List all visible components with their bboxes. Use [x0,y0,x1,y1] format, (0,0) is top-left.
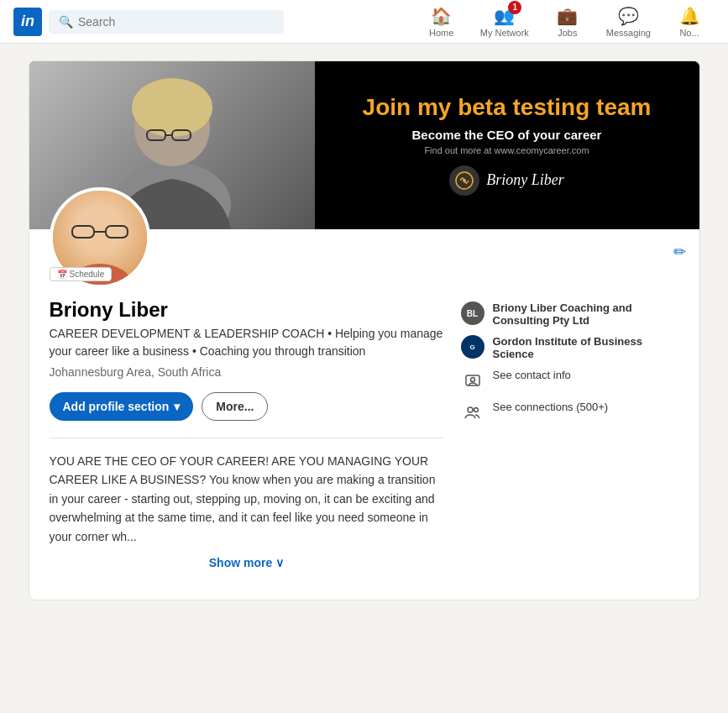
jobs-label: Jobs [558,28,577,38]
profile-bio: YOU ARE THE CEO OF YOUR CAREER! ARE YOU … [50,438,444,546]
profile-name: Briony Liber [50,298,444,322]
profile-left: Briony Liber CAREER DEVELOPMENT & LEADER… [50,298,444,579]
company-info-2: Gordon Institute of Business Science [493,335,679,360]
nav-items: 🏠 Home 👥 1 My Network 💼 Jobs 💬 Messaging… [416,1,715,43]
more-button[interactable]: More... [202,392,268,421]
company-name-2: Gordon Institute of Business Science [493,335,679,360]
nav-home[interactable]: 🏠 Home [416,1,467,43]
avatar-glasses [71,223,129,239]
calendar-icon: 📅 [57,270,67,279]
network-badge: 1 [508,1,521,14]
company-logo-gordon: G [461,335,484,359]
connections-item[interactable]: See connections (500+) [461,401,679,424]
network-icon: 👥 1 [494,6,515,26]
promo-title: Join my beta testing team [363,95,652,121]
show-more-button[interactable]: Show more ∨ [50,546,444,579]
svg-point-15 [474,408,478,412]
schedule-label: Schedule [70,270,105,279]
search-bar[interactable]: 🔍 [49,10,284,34]
banner-promo: Join my beta testing team Become the CEO… [315,61,699,229]
contact-info-item[interactable]: See contact info [461,369,679,392]
profile-right: BL Briony Liber Coaching and Consulting … [461,298,679,579]
add-section-label: Add profile section [63,400,170,413]
notifications-label: No... [679,28,699,38]
navbar: in 🔍 🏠 Home 👥 1 My Network 💼 Jobs 💬 Mess… [0,0,728,44]
network-label: My Network [480,28,529,38]
chevron-down-icon: ▾ [174,400,180,413]
notifications-icon: 🔔 [679,6,700,26]
svg-rect-10 [106,226,128,238]
company-logo-coaching: BL [461,301,484,325]
nav-network[interactable]: 👥 1 My Network [470,1,539,43]
svg-rect-9 [72,226,94,238]
home-label: Home [429,28,453,38]
promo-brand: Briony Liber [449,165,564,196]
nav-notifications[interactable]: 🔔 No... [664,1,715,43]
nav-jobs[interactable]: 💼 Jobs [542,1,593,43]
chevron-down-icon: ∨ [275,556,284,569]
company-item-2: G Gordon Institute of Business Science [461,335,679,360]
home-icon: 🏠 [431,6,452,26]
messaging-label: Messaging [606,28,651,38]
promo-subtitle: Become the CEO of your career [412,128,602,142]
messaging-icon: 💬 [618,6,639,26]
show-more-label: Show more [209,556,272,569]
schedule-button[interactable]: 📅 Schedule [50,267,113,281]
contact-icon [461,369,484,392]
add-profile-section-button[interactable]: Add profile section ▾ [50,392,194,421]
profile-location: Johannesburg Area, South Africa [50,365,444,379]
avatar-wrap: 📅 Schedule [50,187,150,288]
svg-point-2 [132,78,212,137]
brand-logo-icon [449,165,479,196]
profile-headline: CAREER DEVELOPMENT & LEADERSHIP COACH • … [50,325,444,360]
edit-profile-button[interactable]: ✏ [673,243,686,261]
linkedin-logo[interactable]: in [13,8,42,36]
profile-card: Join my beta testing team Become the CEO… [29,60,700,600]
search-icon: 🔍 [59,15,73,29]
profile-main-layout: Briony Liber CAREER DEVELOPMENT & LEADER… [50,298,679,579]
company-item-1: BL Briony Liber Coaching and Consulting … [461,301,679,327]
contact-info-label[interactable]: See contact info [493,369,571,381]
search-input[interactable] [78,15,274,29]
svg-point-13 [470,378,474,382]
profile-body: 📅 Schedule ✏ Briony Liber CAREER DEVELOP… [29,229,699,600]
nav-messaging[interactable]: 💬 Messaging [596,1,661,43]
company-info-1: Briony Liber Coaching and Consulting Pty… [493,301,679,327]
brand-name: Briony Liber [486,171,564,189]
connections-label[interactable]: See connections (500+) [493,401,609,413]
company-name-1: Briony Liber Coaching and Consulting Pty… [493,301,679,327]
svg-point-7 [463,179,466,182]
svg-point-14 [468,407,473,412]
profile-actions: Add profile section ▾ More... [50,392,444,421]
promo-url: Find out more at www.ceomycareer.com [424,145,589,155]
page-content: Join my beta testing team Become the CEO… [0,44,728,617]
jobs-icon: 💼 [557,6,578,26]
connections-icon [461,401,484,424]
